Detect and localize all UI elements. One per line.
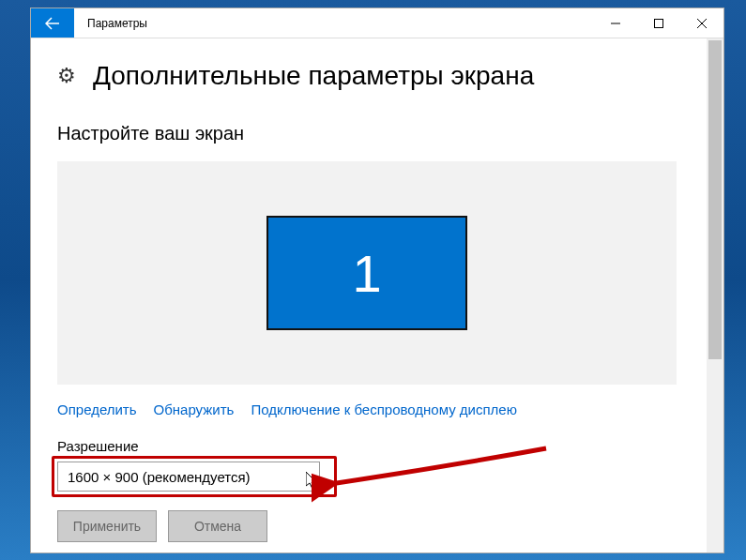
maximize-icon [654, 19, 663, 28]
display-links: Определить Обнаружить Подключение к бесп… [57, 401, 680, 417]
maximize-button[interactable] [637, 8, 680, 38]
back-arrow-icon [45, 17, 60, 30]
chevron-down-icon: ⌄ [304, 472, 312, 482]
settings-window: Параметры ⚙ Дополнительные параметры экр… [30, 8, 724, 553]
action-buttons: Применить Отмена [57, 510, 680, 542]
detect-link[interactable]: Обнаружить [154, 401, 235, 417]
page-header: ⚙ Дополнительные параметры экрана [57, 61, 680, 91]
apply-button[interactable]: Применить [57, 510, 157, 542]
titlebar: Параметры [31, 8, 723, 38]
page-title: Дополнительные параметры экрана [93, 61, 534, 91]
scrollbar[interactable] [707, 38, 723, 552]
back-button[interactable] [31, 8, 74, 38]
close-icon [697, 19, 707, 28]
monitor-1[interactable]: 1 [266, 216, 467, 330]
cancel-button[interactable]: Отмена [168, 510, 267, 542]
window-title: Параметры [74, 8, 594, 38]
gear-icon: ⚙ [57, 64, 76, 88]
wireless-display-link[interactable]: Подключение к беспроводному дисплею [251, 401, 517, 417]
svg-rect-0 [655, 19, 663, 27]
resolution-label: Разрешение [57, 438, 680, 454]
scrollbar-thumb[interactable] [708, 40, 722, 359]
minimize-icon [611, 19, 620, 28]
display-preview-area: 1 [57, 161, 677, 385]
resolution-value: 1600 × 900 (рекомендуется) [68, 469, 251, 485]
window-controls [594, 8, 723, 38]
close-button[interactable] [680, 8, 723, 38]
identify-link[interactable]: Определить [57, 401, 137, 417]
minimize-button[interactable] [594, 8, 637, 38]
content-area: ⚙ Дополнительные параметры экрана Настро… [31, 38, 707, 552]
resolution-dropdown[interactable]: 1600 × 900 (рекомендуется) ⌄ [57, 462, 320, 492]
section-title: Настройте ваш экран [57, 123, 680, 144]
